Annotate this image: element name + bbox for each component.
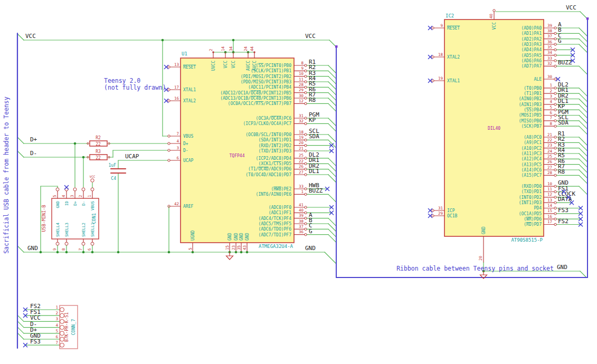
ic-u1[interactable]: U1ATMEGA32U4-ATQFP4413RESET17XTAL116XTAL… (164, 46, 333, 251)
capacitor-c4[interactable]: 1uFC4 (109, 163, 126, 181)
pin-number: 14 (221, 46, 225, 51)
pin-name: RESET (447, 26, 460, 31)
pin-number: 1 (55, 305, 58, 310)
resistor-r2[interactable]: R222 (87, 136, 110, 147)
net-label[interactable]: R8 (558, 168, 565, 175)
pin-number: 37 (299, 224, 304, 229)
pin-number: 12 (299, 99, 304, 103)
net-label[interactable]: UCAP (125, 153, 139, 160)
pin-number: 3 (176, 146, 179, 150)
pin-number: 1 (87, 195, 92, 197)
pin-name: (AIN1)PB3 (519, 102, 542, 107)
pin-number: 5 (55, 329, 58, 333)
pin-name: (MISO)PB6 (519, 119, 542, 123)
net-label[interactable]: SDA (558, 119, 568, 126)
pin-name: (TXD)PD1 (521, 189, 542, 194)
pin-name: (RXD)PD0 (521, 184, 542, 189)
pin-name: VCC (492, 22, 497, 30)
pin-number: 1 (549, 83, 552, 88)
pin-number: 26 (299, 164, 304, 169)
pin-number: 38 (547, 28, 553, 33)
pin-number: 44 (250, 46, 254, 51)
pin-number: 29 (299, 88, 304, 92)
pin-number: 38 (299, 219, 304, 224)
net-label[interactable]: GND (27, 245, 38, 252)
pin-name: (AD5)PA5 (521, 53, 542, 58)
pin-name: (ICP2/ADC8)PD4 (256, 156, 292, 161)
pin-name: (AD7)PA7 (521, 64, 542, 69)
pin-name: (ICP3/CLKO/OC4A)PC7 (243, 121, 291, 126)
net-label[interactable]: SDA (309, 133, 319, 140)
pin-name: (ADC12/OC1A/OC4B/PCINT12)PB5 (220, 91, 291, 95)
net-label[interactable]: G (309, 228, 312, 235)
pin-name: (RXD/INT2)PD2 (258, 143, 291, 148)
net-label[interactable]: FS2 (558, 218, 568, 225)
pin-number: 25 (299, 153, 304, 158)
pin-name: (INT6/AIN0)PE6 (256, 192, 292, 197)
pin-number: 36 (547, 40, 553, 44)
pin-number: 8 (61, 248, 66, 251)
pin-name: (ADC1)PF1 (269, 210, 292, 215)
pin-number: 41 (299, 203, 304, 207)
pin-number: 31 (438, 206, 443, 210)
c4-value: 1uF (109, 163, 117, 168)
pin-number: 39 (299, 213, 304, 218)
pin-number: 18 (438, 52, 443, 57)
net-label[interactable]: KP (309, 117, 316, 123)
pin-number: 3 (70, 195, 74, 197)
pin-number: 27 (547, 165, 552, 170)
pin-name: (T0/OC4D/ADC10)PD7 (245, 173, 291, 177)
net-label[interactable]: GND (305, 245, 316, 252)
resistor-r3[interactable]: R322 (87, 149, 110, 160)
pin-number: 17 (547, 219, 552, 224)
net-label[interactable]: DL1 (309, 168, 319, 175)
pin-name: VCC (231, 61, 236, 69)
pin-name: (T1/OC4D/ADC9)PD6 (248, 167, 291, 171)
pin-name: (T1)PB1 (524, 91, 542, 96)
net-label[interactable]: G (558, 37, 562, 44)
net-label[interactable]: BUZZ (309, 187, 323, 194)
pin-number: 3 (549, 94, 552, 99)
pin-number: 10 (299, 71, 304, 76)
pin-number: 39 (547, 23, 552, 28)
pin-number: 4 (55, 323, 58, 328)
pin-name: (OC0B/SCL/INT0)PD0 (245, 132, 291, 137)
pin-number: 2 (209, 49, 213, 51)
net-label[interactable]: FS3 (558, 207, 568, 214)
pin-name: (ADC4/TCK)PF4 (258, 216, 291, 221)
usb-connector-con1[interactable]: USB-MINI-BCON15GND4ID3D+2D-1VBUS9SHELL48… (41, 185, 99, 251)
pin-name: (OC1A)PD5 (519, 212, 542, 216)
pin-name: RESET (183, 65, 196, 70)
pin-name: (AIN0)PB2 (519, 97, 542, 101)
pin-number: 19 (299, 135, 304, 140)
pin-name: D+ (73, 201, 78, 206)
pin-name: (A11)PC3 (521, 151, 542, 156)
pin-number: 40 (489, 13, 494, 18)
net-label[interactable]: D- (30, 150, 37, 157)
pin-number: 30 (299, 93, 304, 98)
pin-name: ID (64, 201, 69, 206)
pin-name: (ADC5/TMS)PF5 (258, 222, 291, 226)
pin-name: SHELL2 (81, 223, 86, 237)
pin-name: UVCC (211, 61, 216, 71)
schematic-page: VCCVCCD+D-UCAPGNDGNDVCCGNDR1R2R3R4R5R6R7… (0, 0, 597, 364)
pin-number: 4 (549, 99, 552, 104)
pin-name: VBUS (90, 201, 95, 211)
pin-number: 6 (87, 248, 92, 251)
pin-name: (T0)PB0 (524, 86, 542, 91)
net-label[interactable]: VCC (25, 33, 36, 40)
pin-number: 16 (547, 214, 553, 219)
pin-name: (AD4)PA4 (521, 47, 542, 52)
net-label[interactable]: BUZZ (558, 59, 572, 66)
ic2-value: AT90S8515-P (511, 237, 543, 243)
pin-name: GND (228, 233, 232, 241)
net-label[interactable]: VCC (566, 4, 576, 11)
pin-number: 12 (547, 192, 552, 197)
con1-reference: CON1 (91, 213, 97, 224)
pin-number: 15 (225, 245, 230, 250)
net-label[interactable]: VCC (305, 33, 316, 40)
net-label[interactable]: D+ (30, 136, 37, 143)
net-label[interactable]: R8 (309, 97, 316, 103)
net-label[interactable]: FS3 (30, 338, 41, 345)
conn7-value: B7K-PH-K-S1 (64, 312, 69, 342)
